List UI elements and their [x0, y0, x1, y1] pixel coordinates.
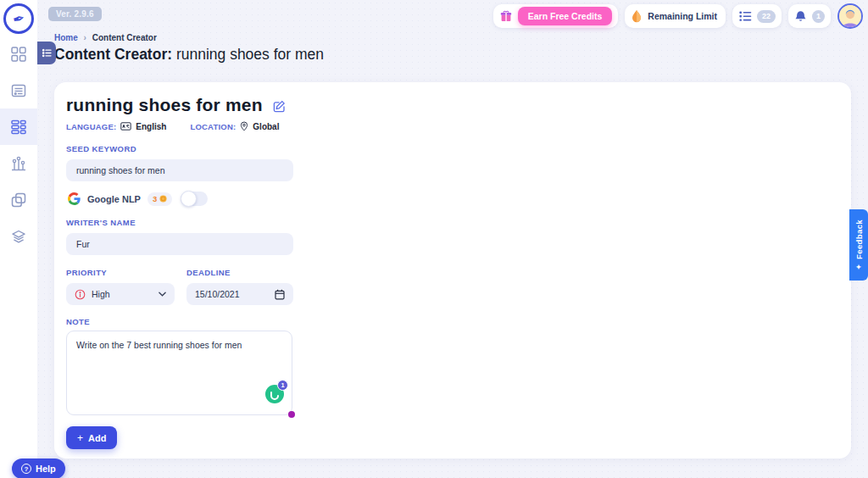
priority-value: High: [92, 289, 110, 299]
sparkle-icon: ✦: [855, 263, 863, 270]
version-badge: Ver. 2.9.6: [48, 7, 102, 21]
earn-free-credits-button[interactable]: Earn Free Credits: [518, 7, 613, 25]
notifications-pill[interactable]: 1: [788, 4, 831, 28]
copy-pages-icon: [11, 192, 26, 208]
language-label: LANGUAGE:: [66, 122, 116, 131]
google-logo-icon: [68, 192, 81, 205]
fuel-gem-icon: [631, 9, 643, 23]
sidebar-item-layers[interactable]: [0, 218, 37, 254]
list-icon: [738, 9, 752, 23]
note-assistant-widget[interactable]: 1: [264, 384, 285, 404]
page-title-prefix: Content Creator:: [54, 46, 172, 63]
analytics-icon: [11, 156, 26, 171]
question-mark-icon: ?: [21, 464, 31, 474]
sidebar-item-content-creator[interactable]: [0, 108, 37, 145]
help-button[interactable]: ? Help: [12, 459, 65, 478]
tasks-count-badge: 22: [757, 10, 776, 23]
resize-handle-dot[interactable]: [288, 411, 295, 418]
location-value: Global: [253, 122, 279, 131]
edit-pencil-icon: [273, 100, 286, 113]
remaining-limit-label: Remaining Limit: [648, 11, 720, 21]
pen-logo-icon: ✒: [11, 10, 26, 27]
app-logo[interactable]: ✒: [3, 3, 34, 34]
breadcrumb: Home › Content Creator: [54, 33, 157, 42]
add-button[interactable]: + Add: [66, 426, 117, 449]
note-label: NOTE: [66, 317, 90, 326]
priority-high-icon: [75, 289, 86, 300]
breadcrumb-separator: ›: [84, 33, 86, 42]
plus-icon: +: [77, 432, 83, 444]
writers-name-label: WRITER'S NAME: [66, 218, 136, 227]
remaining-limit-pill[interactable]: Remaining Limit: [625, 4, 726, 28]
google-nlp-cost-badge: 3: [147, 192, 172, 206]
layers-icon: [11, 229, 26, 244]
dashboard-icon: [11, 47, 26, 62]
menu-list-icon: [42, 47, 53, 58]
orders-icon: [11, 83, 26, 98]
seed-keyword-input[interactable]: [66, 159, 293, 181]
sidebar: ✒: [0, 0, 37, 478]
language-value: English: [136, 122, 166, 131]
breadcrumb-current: Content Creator: [92, 33, 157, 42]
bell-icon: [794, 10, 807, 23]
priority-label: PRIORITY: [66, 268, 107, 277]
deadline-value: 15/10/2021: [195, 289, 240, 299]
page-title: Content Creator: running shoes for men: [54, 46, 324, 64]
google-nlp-row: Google NLP 3: [68, 192, 208, 206]
sidebar-item-copy-pages[interactable]: [0, 181, 37, 218]
priority-select[interactable]: High: [66, 283, 175, 305]
google-nlp-cost-value: 3: [153, 194, 157, 203]
earn-credits-pill: Earn Free Credits: [493, 4, 619, 28]
note-textarea[interactable]: Write on the 7 best running shoes for me…: [66, 331, 292, 415]
tasks-pill[interactable]: 22: [732, 4, 782, 28]
page-title-value: running shoes for men: [172, 46, 324, 63]
toggle-knob: [181, 191, 197, 207]
project-title: running shoes for men: [66, 95, 263, 115]
seed-keyword-label: SEED KEYWORD: [66, 144, 136, 153]
user-avatar[interactable]: [837, 3, 863, 29]
coin-icon: [159, 195, 167, 203]
google-nlp-label: Google NLP: [87, 194, 141, 204]
note-widget-badge: 1: [277, 380, 288, 391]
project-meta: LANGUAGE: English LOCATION: Global: [66, 121, 279, 131]
help-label: Help: [36, 464, 56, 474]
sidebar-item-dashboard[interactable]: [0, 36, 37, 72]
header-actions: Earn Free Credits Remaining Limit 22 1: [493, 3, 863, 29]
note-field-wrap: Write on the 7 best running shoes for me…: [66, 331, 292, 415]
google-nlp-toggle[interactable]: [181, 192, 208, 206]
breadcrumb-home[interactable]: Home: [54, 33, 78, 42]
sidebar-nav: [0, 36, 37, 254]
deadline-date-input[interactable]: 15/10/2021: [186, 283, 293, 305]
calendar-icon: [275, 289, 285, 300]
sidebar-item-analytics[interactable]: [0, 145, 37, 181]
deadline-label: DEADLINE: [186, 268, 231, 277]
language-icon: [120, 122, 131, 131]
location-label: LOCATION:: [190, 122, 236, 131]
feedback-tab[interactable]: ✦ Feedback: [849, 209, 868, 281]
edit-title-button[interactable]: [273, 100, 286, 113]
notification-count-badge: 1: [812, 10, 825, 23]
content-creator-card: running shoes for men LANGUAGE: English …: [54, 82, 851, 459]
content-creator-icon: [11, 119, 26, 135]
avatar-illustration: [839, 5, 861, 27]
chevron-down-icon: [159, 292, 166, 297]
add-button-label: Add: [88, 433, 106, 443]
sidebar-item-orders[interactable]: [0, 72, 37, 108]
writers-name-input[interactable]: [66, 233, 293, 255]
location-pin-icon: [240, 121, 248, 131]
app-root: ✒: [0, 0, 868, 478]
gift-icon: [499, 9, 513, 23]
feedback-label: Feedback: [854, 220, 864, 259]
sidebar-collapse-tab[interactable]: [37, 42, 56, 64]
